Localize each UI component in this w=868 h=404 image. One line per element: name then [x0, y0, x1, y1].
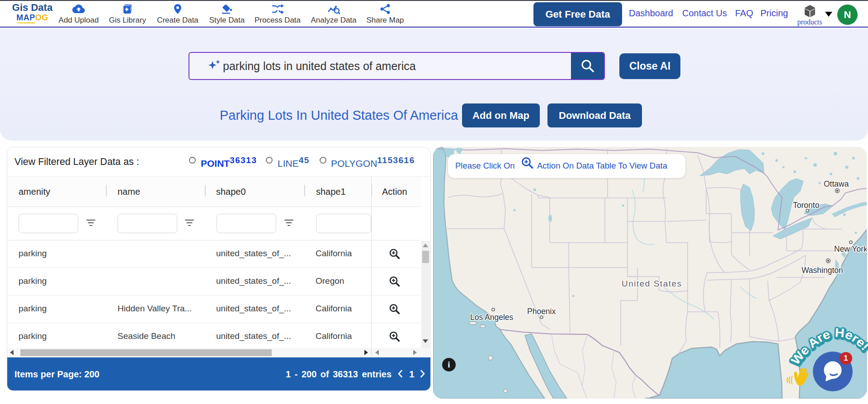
- svg-text:United States: United States: [622, 279, 682, 288]
- svg-text:Ottawa: Ottawa: [824, 179, 849, 188]
- svg-text:Washington: Washington: [802, 266, 843, 275]
- svg-text:New York: New York: [834, 244, 867, 254]
- svg-text:Los Angeles: Los Angeles: [470, 313, 514, 322]
- svg-text:Phoenix: Phoenix: [527, 307, 556, 316]
- svg-text:Toronto: Toronto: [793, 201, 819, 210]
